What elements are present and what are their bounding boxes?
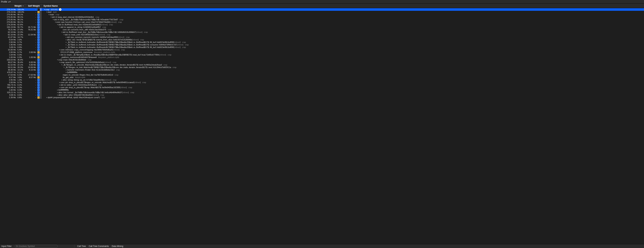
self-weight-value: - [25, 94, 37, 96]
weight-value: 15.06 Mc [0, 48, 17, 51]
tree-row[interactable]: 1.90 Mc0.6%-▸_$LT$std..io..buffered..buf… [0, 43, 644, 46]
tree-row[interactable]: 5.64 Mc2.0%-▸alloc::vec::Vec$LT$T$C$A$GT… [0, 38, 644, 41]
tree-row[interactable]: 76.31 Mc27.4%76.31 Mccore::str::converts… [0, 28, 644, 31]
tree-row[interactable]: 155.19 Mc55.7%16.71 Mc▾std::io::append_t… [0, 26, 644, 28]
column-header-self-weight[interactable]: Self Weight [25, 3, 41, 8]
tree-row[interactable]: 766.75 Kc0.2%-▸std::io::stdio::_print::h… [0, 84, 644, 86]
tree-row[interactable]: 1.00 Mc0.3%1.00 Mc_platform_memmove$VARI… [0, 56, 644, 58]
tree-row[interactable]: 2.39 Mc0.8%-▸dyld4::prepare(dyld4::APIs&… [0, 96, 644, 99]
call-tree[interactable]: 278.24 Mc100.0%-▾crap(69169)➜278.24 Mc10… [0, 8, 644, 99]
inlined-annotation: [inlined] [120, 86, 127, 89]
tree-row[interactable]: 98.67 Mc35.4%6.00 Mc▾crap::search_file_o… [0, 61, 644, 63]
disclosure-triangle-icon[interactable]: ▾ [61, 63, 63, 66]
tree-row[interactable]: 1.04 Mc0.3%-▸std::io::impls::_$LT$impl$u… [0, 53, 644, 56]
tree-row[interactable]: 525.21 Kc0.1%-▸alloc::fmt::format::_$u7b… [0, 91, 644, 94]
disclosure-triangle-icon[interactable]: ▾ [61, 31, 63, 33]
inlined-annotation: [inlined] [174, 46, 180, 48]
disclosure-triangle-icon[interactable]: ▸ [65, 41, 67, 43]
self-weight-value: 6.00 Mc [25, 61, 37, 63]
disclosure-triangle-icon[interactable]: ▾ [56, 23, 58, 26]
disclosure-triangle-icon[interactable]: ▾ [54, 21, 56, 23]
disclosure-triangle-icon[interactable]: ▸ [65, 71, 67, 74]
disclosure-triangle-icon[interactable]: ▸ [65, 43, 67, 46]
disclosure-triangle-icon[interactable]: ▸ [46, 96, 48, 99]
disclosure-triangle-icon[interactable]: ▾ [50, 16, 52, 18]
library-name: crap [164, 63, 167, 66]
disclosure-triangle-icon[interactable]: ▾ [46, 11, 48, 13]
tree-row[interactable]: 278.24 Mc100.0%-▾crap(69169)➜ [0, 8, 644, 11]
tree-row[interactable]: 275.85 Mc99.1%-▾core::ops::function::FnO… [0, 21, 644, 23]
tree-row[interactable]: 61.52 Mc22.1%5.00 Mc▾_$LT$regex..re_unic… [0, 63, 644, 66]
tree-row[interactable]: 2.00 Mc0.7%-▸_$LT$std..io..buffered..buf… [0, 41, 644, 43]
tree-row[interactable]: 476.87 Kc0.1%-▸0xffffffffffffffe [0, 71, 644, 74]
disclosure-triangle-icon[interactable]: ▾ [48, 13, 50, 16]
disclosure-triangle-icon[interactable]: ▸ [61, 79, 63, 81]
symbol-name: alloc::fmt::format::_$u7b$$u7b$closure$u… [58, 91, 122, 94]
column-header-symbol[interactable]: Symbol Name [41, 3, 644, 8]
disclosure-triangle-icon[interactable]: ▾ [63, 66, 65, 68]
tree-row[interactable]: 36.48 Mc13.1%8.10 Mc▸memchr::memmem::Fin… [0, 68, 644, 71]
profile-menu[interactable]: Profile ▲▼ [1, 0, 10, 3]
weight-value: 2.95 Mc [0, 79, 17, 81]
tree-row[interactable]: 56.51 Mc20.3%19.56 Mc▾_$LT$regex..re_tra… [0, 66, 644, 68]
tree-row[interactable]: 2.95 Mc1.0%-▸alloc::string::String::as_s… [0, 79, 644, 81]
user-icon [37, 54, 40, 56]
disclosure-triangle-icon[interactable]: ▾ [56, 58, 58, 61]
tree-row[interactable]: 275.85 Mc99.1%-▾std::rt::lang_start::_$u… [0, 18, 644, 21]
tree-row[interactable]: 17.63 Mc6.3%17.63 Mcregex::re_unicode::R… [0, 74, 644, 76]
disclosure-triangle-icon[interactable]: ▸ [65, 38, 67, 41]
gutter [40, 38, 42, 41]
inlined-annotation: [inlined] [160, 53, 166, 56]
tree-row[interactable]: 62.16 Mc22.3%-▾std::io::BufRead::read_li… [0, 31, 644, 33]
tree-row[interactable]: 62.16 Mc22.3%11.54 Mc▾std::io::read_unti… [0, 33, 644, 36]
tree-row[interactable]: 5.89 Kc0.0%-▸_$LT$std..io..buffered..buf… [0, 46, 644, 48]
tree-row[interactable]: 2.00 Mc0.7%-▸core::ptr::drop_in_place$LT… [0, 81, 644, 84]
gutter [40, 89, 42, 91]
symbol-label: Symbol Name [44, 5, 58, 7]
library-name: crap [128, 86, 132, 89]
tree-row[interactable]: 8.57 Mc3.0%8.57 Mctlv_get_addrlibdyld.dy… [0, 76, 644, 79]
disclosure-triangle-icon[interactable]: ▸ [59, 53, 60, 56]
disclosure-triangle-icon[interactable]: ▸ [56, 91, 58, 94]
weight-percent: 99.1% [17, 21, 25, 23]
inlined-annotation: [inlined] [92, 94, 99, 96]
disclosure-triangle-icon[interactable]: ▾ [59, 61, 60, 63]
tree-row[interactable]: 592.46 Kc0.2%-▸core::ptr::drop_in_place$… [0, 86, 644, 89]
disclosure-triangle-icon[interactable]: ▸ [59, 48, 60, 51]
disclosure-triangle-icon[interactable]: ▸ [65, 46, 67, 48]
weight-value: 62.16 Mc [0, 31, 17, 33]
disclosure-triangle-icon[interactable]: ▸ [56, 89, 58, 91]
self-weight-value: 17.63 Mc [25, 74, 37, 76]
disclosure-triangle-icon[interactable]: ▸ [56, 94, 58, 96]
tree-row[interactable]: 100.03 Mc35.9%-▾crap::main::hfdcdf15b10b… [0, 58, 644, 61]
disclosure-triangle-icon[interactable]: ▸ [65, 68, 67, 71]
disclosure-triangle-icon[interactable]: ▸ [59, 86, 60, 89]
tree-row[interactable]: 2.00 Mc0.7%2.00 McDYLD-STUB$$_platform_m… [0, 51, 644, 53]
self-weight-value: - [25, 21, 37, 23]
library-name: crap [112, 61, 116, 63]
disclosure-triangle-icon[interactable]: ▸ [59, 81, 60, 84]
disclosure-triangle-icon[interactable]: ▾ [63, 33, 65, 36]
tree-row[interactable]: 174.28 Mc62.6%-▾std::io::BufRead::read_l… [0, 23, 644, 26]
tree-row[interactable]: 275.85 Mc99.1%-▾std::rt::lang_start_inte… [0, 16, 644, 18]
self-weight-value: - [25, 11, 37, 13]
weight-value: 1.00 Mc [0, 56, 17, 58]
symbol-name: 0xffffffffffffffe [67, 71, 78, 74]
tree-row[interactable]: 278.24 Mc100.0%-▾startdyld [0, 11, 644, 13]
column-header-weight[interactable]: Weight ▾ [0, 3, 25, 8]
weight-value: 275.85 Mc [0, 13, 17, 16]
symbol-name: core::ops::function::FnOnce::call_once::… [56, 21, 110, 23]
inlined-annotation: [inlined] [177, 43, 184, 46]
weight-value: 174.28 Mc [0, 23, 17, 26]
disclosure-triangle-icon[interactable]: ▾ [59, 26, 60, 28]
disclosure-triangle-icon[interactable]: ▸ [59, 84, 60, 86]
disclosure-triangle-icon[interactable]: ▾ [52, 18, 54, 21]
tree-row[interactable]: 8.06 Kc0.0%-▸alloc::alloc::alloc::hf3ee6… [0, 94, 644, 96]
disclosure-triangle-icon[interactable]: ▸ [65, 36, 67, 38]
disclosure-triangle-icon[interactable]: ▾ [44, 8, 46, 11]
focus-arrow-icon[interactable]: ➜ [59, 8, 62, 11]
tree-row[interactable]: 15.06 Mc5.4%-▸core::intrinsics::copy_non… [0, 48, 644, 51]
tree-row[interactable]: 41.07 Mc14.7%-▸std::sys_common::memchr::… [0, 36, 644, 38]
tree-row[interactable]: 1.00 Mc0.3%-▸0xffffffffffffffe [0, 89, 644, 91]
tree-row[interactable]: 275.85 Mc99.1%-▾maincrap [0, 13, 644, 16]
